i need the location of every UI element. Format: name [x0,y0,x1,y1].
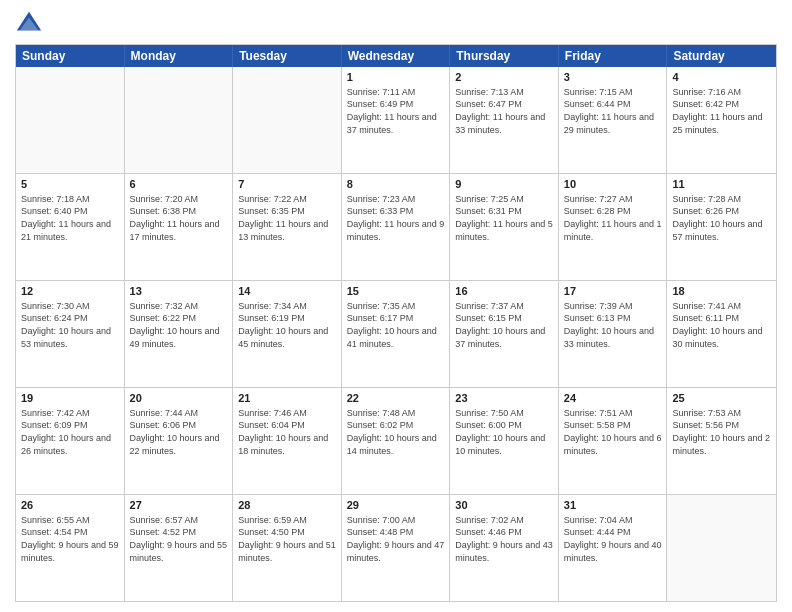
day-number: 14 [238,284,336,299]
cal-cell: 1Sunrise: 7:11 AMSunset: 6:49 PMDaylight… [342,67,451,173]
cell-info: Sunrise: 7:22 AMSunset: 6:35 PMDaylight:… [238,193,336,243]
cell-info: Sunrise: 7:30 AMSunset: 6:24 PMDaylight:… [21,300,119,350]
day-number: 30 [455,498,553,513]
cal-cell [667,495,776,601]
header-day-wednesday: Wednesday [342,45,451,67]
cell-info: Sunrise: 7:04 AMSunset: 4:44 PMDaylight:… [564,514,662,564]
day-number: 13 [130,284,228,299]
day-number: 10 [564,177,662,192]
week-row-5: 26Sunrise: 6:55 AMSunset: 4:54 PMDayligh… [16,495,776,601]
cell-info: Sunrise: 7:39 AMSunset: 6:13 PMDaylight:… [564,300,662,350]
cell-info: Sunrise: 7:42 AMSunset: 6:09 PMDaylight:… [21,407,119,457]
cell-info: Sunrise: 7:20 AMSunset: 6:38 PMDaylight:… [130,193,228,243]
cal-cell: 18Sunrise: 7:41 AMSunset: 6:11 PMDayligh… [667,281,776,387]
day-number: 15 [347,284,445,299]
header-day-tuesday: Tuesday [233,45,342,67]
header [15,10,777,38]
day-number: 24 [564,391,662,406]
cal-cell: 22Sunrise: 7:48 AMSunset: 6:02 PMDayligh… [342,388,451,494]
day-number: 26 [21,498,119,513]
cell-info: Sunrise: 7:51 AMSunset: 5:58 PMDaylight:… [564,407,662,457]
cal-cell: 30Sunrise: 7:02 AMSunset: 4:46 PMDayligh… [450,495,559,601]
cell-info: Sunrise: 6:57 AMSunset: 4:52 PMDaylight:… [130,514,228,564]
cell-info: Sunrise: 7:48 AMSunset: 6:02 PMDaylight:… [347,407,445,457]
header-day-saturday: Saturday [667,45,776,67]
day-number: 28 [238,498,336,513]
cal-cell: 26Sunrise: 6:55 AMSunset: 4:54 PMDayligh… [16,495,125,601]
cell-info: Sunrise: 7:11 AMSunset: 6:49 PMDaylight:… [347,86,445,136]
cell-info: Sunrise: 7:41 AMSunset: 6:11 PMDaylight:… [672,300,771,350]
calendar-header: SundayMondayTuesdayWednesdayThursdayFrid… [16,45,776,67]
cell-info: Sunrise: 7:44 AMSunset: 6:06 PMDaylight:… [130,407,228,457]
day-number: 2 [455,70,553,85]
cell-info: Sunrise: 7:32 AMSunset: 6:22 PMDaylight:… [130,300,228,350]
day-number: 21 [238,391,336,406]
cal-cell: 28Sunrise: 6:59 AMSunset: 4:50 PMDayligh… [233,495,342,601]
cal-cell: 13Sunrise: 7:32 AMSunset: 6:22 PMDayligh… [125,281,234,387]
page: SundayMondayTuesdayWednesdayThursdayFrid… [0,0,792,612]
day-number: 11 [672,177,771,192]
cal-cell: 15Sunrise: 7:35 AMSunset: 6:17 PMDayligh… [342,281,451,387]
day-number: 19 [21,391,119,406]
calendar-body: 1Sunrise: 7:11 AMSunset: 6:49 PMDaylight… [16,67,776,601]
week-row-3: 12Sunrise: 7:30 AMSunset: 6:24 PMDayligh… [16,281,776,388]
cell-info: Sunrise: 7:23 AMSunset: 6:33 PMDaylight:… [347,193,445,243]
cal-cell: 11Sunrise: 7:28 AMSunset: 6:26 PMDayligh… [667,174,776,280]
cal-cell: 23Sunrise: 7:50 AMSunset: 6:00 PMDayligh… [450,388,559,494]
cell-info: Sunrise: 7:53 AMSunset: 5:56 PMDaylight:… [672,407,771,457]
header-day-thursday: Thursday [450,45,559,67]
cell-info: Sunrise: 7:18 AMSunset: 6:40 PMDaylight:… [21,193,119,243]
cal-cell: 5Sunrise: 7:18 AMSunset: 6:40 PMDaylight… [16,174,125,280]
week-row-2: 5Sunrise: 7:18 AMSunset: 6:40 PMDaylight… [16,174,776,281]
day-number: 1 [347,70,445,85]
cell-info: Sunrise: 6:59 AMSunset: 4:50 PMDaylight:… [238,514,336,564]
cal-cell: 3Sunrise: 7:15 AMSunset: 6:44 PMDaylight… [559,67,668,173]
cal-cell: 24Sunrise: 7:51 AMSunset: 5:58 PMDayligh… [559,388,668,494]
day-number: 7 [238,177,336,192]
day-number: 12 [21,284,119,299]
cal-cell: 27Sunrise: 6:57 AMSunset: 4:52 PMDayligh… [125,495,234,601]
cal-cell: 25Sunrise: 7:53 AMSunset: 5:56 PMDayligh… [667,388,776,494]
day-number: 16 [455,284,553,299]
cal-cell: 31Sunrise: 7:04 AMSunset: 4:44 PMDayligh… [559,495,668,601]
cal-cell: 19Sunrise: 7:42 AMSunset: 6:09 PMDayligh… [16,388,125,494]
day-number: 3 [564,70,662,85]
cal-cell: 16Sunrise: 7:37 AMSunset: 6:15 PMDayligh… [450,281,559,387]
cell-info: Sunrise: 7:16 AMSunset: 6:42 PMDaylight:… [672,86,771,136]
cal-cell: 7Sunrise: 7:22 AMSunset: 6:35 PMDaylight… [233,174,342,280]
cell-info: Sunrise: 7:27 AMSunset: 6:28 PMDaylight:… [564,193,662,243]
cal-cell: 2Sunrise: 7:13 AMSunset: 6:47 PMDaylight… [450,67,559,173]
cal-cell: 6Sunrise: 7:20 AMSunset: 6:38 PMDaylight… [125,174,234,280]
header-day-sunday: Sunday [16,45,125,67]
cell-info: Sunrise: 6:55 AMSunset: 4:54 PMDaylight:… [21,514,119,564]
day-number: 27 [130,498,228,513]
week-row-4: 19Sunrise: 7:42 AMSunset: 6:09 PMDayligh… [16,388,776,495]
cell-info: Sunrise: 7:25 AMSunset: 6:31 PMDaylight:… [455,193,553,243]
cal-cell: 14Sunrise: 7:34 AMSunset: 6:19 PMDayligh… [233,281,342,387]
cell-info: Sunrise: 7:15 AMSunset: 6:44 PMDaylight:… [564,86,662,136]
day-number: 4 [672,70,771,85]
day-number: 18 [672,284,771,299]
day-number: 6 [130,177,228,192]
day-number: 23 [455,391,553,406]
cell-info: Sunrise: 7:13 AMSunset: 6:47 PMDaylight:… [455,86,553,136]
cell-info: Sunrise: 7:00 AMSunset: 4:48 PMDaylight:… [347,514,445,564]
logo-icon [15,10,43,38]
day-number: 31 [564,498,662,513]
logo [15,10,47,38]
cal-cell: 20Sunrise: 7:44 AMSunset: 6:06 PMDayligh… [125,388,234,494]
cell-info: Sunrise: 7:37 AMSunset: 6:15 PMDaylight:… [455,300,553,350]
cell-info: Sunrise: 7:46 AMSunset: 6:04 PMDaylight:… [238,407,336,457]
header-day-friday: Friday [559,45,668,67]
cal-cell: 12Sunrise: 7:30 AMSunset: 6:24 PMDayligh… [16,281,125,387]
day-number: 9 [455,177,553,192]
cal-cell: 29Sunrise: 7:00 AMSunset: 4:48 PMDayligh… [342,495,451,601]
cell-info: Sunrise: 7:50 AMSunset: 6:00 PMDaylight:… [455,407,553,457]
calendar: SundayMondayTuesdayWednesdayThursdayFrid… [15,44,777,602]
cal-cell [125,67,234,173]
header-day-monday: Monday [125,45,234,67]
day-number: 8 [347,177,445,192]
cell-info: Sunrise: 7:34 AMSunset: 6:19 PMDaylight:… [238,300,336,350]
cell-info: Sunrise: 7:35 AMSunset: 6:17 PMDaylight:… [347,300,445,350]
cal-cell: 17Sunrise: 7:39 AMSunset: 6:13 PMDayligh… [559,281,668,387]
